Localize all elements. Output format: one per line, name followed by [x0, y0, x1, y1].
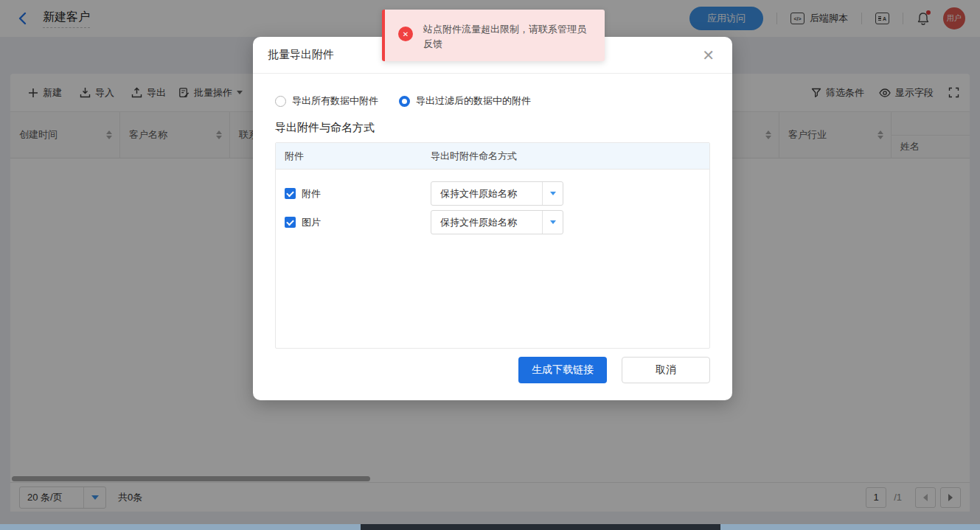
error-icon: ✕	[398, 27, 413, 41]
export-scope-radios: 导出所有数据中附件 导出过滤后的数据中的附件	[275, 94, 710, 108]
chevron-down-icon	[550, 220, 556, 224]
taskbar-edge-dark	[361, 524, 720, 530]
modal-title: 批量导出附件	[268, 48, 334, 62]
batch-export-modal: 批量导出附件 ✕ 导出所有数据中附件 导出过滤后的数据中的附件 导出附件与命名方…	[253, 37, 732, 400]
chevron-down-icon	[550, 192, 556, 195]
radio-selected-icon	[399, 96, 410, 107]
table-row: 图片 保持文件原始名称	[276, 210, 709, 234]
taskbar-edge	[0, 524, 980, 530]
radio-export-filtered[interactable]: 导出过滤后的数据中的附件	[399, 94, 531, 108]
modal-footer: 生成下载链接 取消	[518, 357, 710, 383]
table-header: 附件 导出时附件命名方式	[276, 143, 709, 170]
screen: 新建客户 应用访问 </> 后端脚本 A	[0, 0, 980, 530]
naming-select-image[interactable]: 保持文件原始名称	[431, 210, 563, 234]
checkbox-attachment[interactable]	[285, 188, 296, 199]
modal-body: 导出所有数据中附件 导出过滤后的数据中的附件 导出附件与命名方式 附件 导出时附…	[253, 74, 732, 349]
toast-message: 站点附件流量超出限制，请联系管理员反馈	[423, 20, 593, 52]
naming-select-attachment[interactable]: 保持文件原始名称	[431, 181, 563, 206]
radio-icon	[275, 96, 286, 107]
section-title: 导出附件与命名方式	[275, 121, 710, 135]
radio-export-all[interactable]: 导出所有数据中附件	[275, 94, 378, 108]
close-icon[interactable]: ✕	[702, 48, 715, 63]
checkbox-image[interactable]	[285, 217, 296, 228]
generate-download-link-button[interactable]: 生成下载链接	[518, 357, 607, 383]
table-row: 附件 保持文件原始名称	[276, 181, 709, 206]
error-toast: ✕ 站点附件流量超出限制，请联系管理员反馈	[382, 10, 605, 61]
attachment-naming-table: 附件 导出时附件命名方式 附件 保持文件原始名称	[275, 142, 710, 349]
cancel-button[interactable]: 取消	[622, 357, 710, 383]
